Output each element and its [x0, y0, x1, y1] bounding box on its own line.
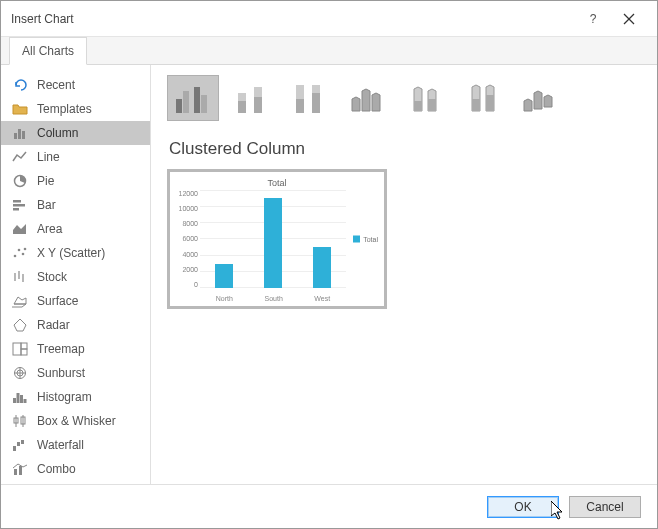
svg-point-11	[22, 253, 25, 256]
chart-x-axis-labels: NorthSouthWest	[200, 295, 346, 302]
svg-rect-43	[254, 97, 262, 113]
sidebar-item-label: Templates	[37, 102, 92, 116]
sidebar-item-histogram[interactable]: Histogram	[1, 385, 150, 409]
sidebar-item-label: Stock	[37, 270, 67, 284]
folder-icon	[11, 101, 29, 117]
titlebar: Insert Chart ?	[1, 1, 657, 37]
column-icon	[11, 125, 29, 141]
clustered-column-icon	[172, 81, 214, 115]
3d-column-icon	[520, 81, 562, 115]
sidebar-item-pie[interactable]: Pie	[1, 169, 150, 193]
tabbar: All Charts	[1, 37, 657, 65]
sidebar-item-stock[interactable]: Stock	[1, 265, 150, 289]
x-tick-label: West	[314, 295, 330, 302]
3d-100-stacked-column-icon	[462, 81, 504, 115]
close-button[interactable]	[611, 1, 647, 37]
stacked-column-icon	[230, 81, 272, 115]
svg-rect-49	[414, 101, 422, 111]
sidebar-item-label: Surface	[37, 294, 78, 308]
area-icon	[11, 221, 29, 237]
subtype-stacked-column[interactable]	[225, 75, 277, 121]
subtype-3d-100-stacked-column[interactable]	[457, 75, 509, 121]
svg-rect-17	[13, 343, 21, 355]
subtype-clustered-column[interactable]	[167, 75, 219, 121]
sidebar-item-recent[interactable]: Recent	[1, 73, 150, 97]
sidebar-item-column[interactable]: Column	[1, 121, 150, 145]
x-tick-label: North	[216, 295, 233, 302]
stock-icon	[11, 269, 29, 285]
100-stacked-column-icon	[288, 81, 330, 115]
svg-marker-16	[14, 319, 26, 331]
svg-rect-37	[176, 99, 182, 113]
svg-rect-50	[428, 99, 436, 111]
svg-rect-51	[472, 99, 480, 111]
y-tick-label: 2000	[174, 266, 198, 273]
sidebar-item-label: Combo	[37, 462, 76, 476]
histogram-icon	[11, 389, 29, 405]
svg-rect-42	[238, 93, 246, 101]
svg-rect-48	[312, 93, 320, 113]
sidebar-item-bar[interactable]: Bar	[1, 193, 150, 217]
y-tick-label: 4000	[174, 251, 198, 258]
legend-swatch-icon	[353, 236, 360, 243]
close-icon	[623, 13, 635, 25]
svg-point-9	[14, 255, 17, 258]
svg-rect-27	[24, 399, 27, 403]
sidebar-item-waterfall[interactable]: Waterfall	[1, 433, 150, 457]
pie-icon	[11, 173, 29, 189]
sidebar-item-label: Line	[37, 150, 60, 164]
svg-rect-41	[238, 101, 246, 113]
sidebar-item-label: Treemap	[37, 342, 85, 356]
undo-icon	[11, 77, 29, 93]
sidebar-item-radar[interactable]: Radar	[1, 313, 150, 337]
svg-point-10	[18, 249, 21, 252]
sidebar-item-box-whisker[interactable]: Box & Whisker	[1, 409, 150, 433]
svg-rect-24	[13, 398, 16, 403]
svg-rect-46	[296, 99, 304, 113]
cancel-button[interactable]: Cancel	[569, 496, 641, 518]
radar-icon	[11, 317, 29, 333]
sidebar-item-combo[interactable]: Combo	[1, 457, 150, 481]
sidebar-item-templates[interactable]: Templates	[1, 97, 150, 121]
y-tick-label: 12000	[174, 190, 198, 197]
subtype-3d-clustered-column[interactable]	[341, 75, 393, 121]
surface-icon	[11, 293, 29, 309]
tab-all-charts[interactable]: All Charts	[9, 37, 87, 65]
ok-button[interactable]: OK	[487, 496, 559, 518]
chart-legend: Total	[353, 236, 378, 243]
dialog-body: RecentTemplatesColumnLinePieBarAreaX Y (…	[1, 65, 657, 484]
help-button[interactable]: ?	[575, 1, 611, 37]
chart-y-axis-labels: 120001000080006000400020000	[174, 190, 198, 288]
sidebar-item-area[interactable]: Area	[1, 217, 150, 241]
sunburst-icon	[11, 365, 29, 381]
sidebar-item-label: Histogram	[37, 390, 92, 404]
subtype-3d-column[interactable]	[515, 75, 567, 121]
chart-preview[interactable]: Total 120001000080006000400020000 NorthS…	[167, 169, 387, 309]
line-icon	[11, 149, 29, 165]
x-tick-label: South	[264, 295, 282, 302]
svg-rect-33	[17, 442, 20, 446]
sidebar-item-x-y-scatter-[interactable]: X Y (Scatter)	[1, 241, 150, 265]
y-tick-label: 8000	[174, 220, 198, 227]
svg-rect-32	[13, 446, 16, 451]
insert-chart-dialog: Insert Chart ? All Charts RecentTemplate…	[0, 0, 658, 529]
svg-rect-18	[21, 343, 27, 349]
sidebar-item-treemap[interactable]: Treemap	[1, 337, 150, 361]
y-tick-label: 10000	[174, 205, 198, 212]
subtype-100-stacked-column[interactable]	[283, 75, 335, 121]
sidebar-item-surface[interactable]: Surface	[1, 289, 150, 313]
svg-rect-8	[13, 208, 19, 211]
y-tick-label: 6000	[174, 235, 198, 242]
svg-rect-35	[14, 469, 17, 475]
sidebar-item-sunburst[interactable]: Sunburst	[1, 361, 150, 385]
sidebar-item-label: Waterfall	[37, 438, 84, 452]
svg-rect-34	[21, 440, 24, 444]
sidebar-item-label: Area	[37, 222, 62, 236]
3d-clustered-column-icon	[346, 81, 388, 115]
sidebar-item-label: Sunburst	[37, 366, 85, 380]
chart-plot-area	[200, 190, 346, 288]
chart-subtype-title: Clustered Column	[169, 139, 641, 159]
sidebar-item-line[interactable]: Line	[1, 145, 150, 169]
chart-bar	[215, 264, 233, 289]
subtype-3d-stacked-column[interactable]	[399, 75, 451, 121]
